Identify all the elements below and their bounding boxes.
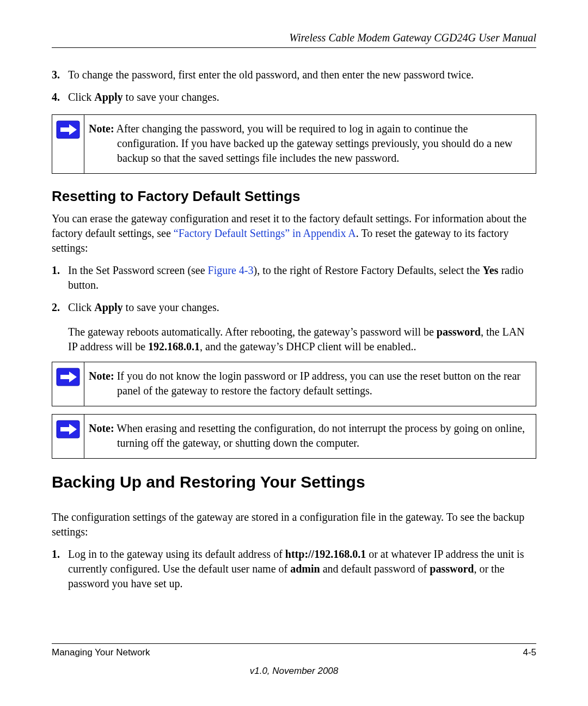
link-figure-4-3[interactable]: Figure 4-3 bbox=[208, 264, 254, 276]
note-icon-cell bbox=[52, 114, 84, 174]
item-number: 4. bbox=[52, 90, 68, 105]
bold-text: Apply bbox=[94, 301, 122, 313]
item-text: In the Set Password screen (see Figure 4… bbox=[68, 263, 536, 293]
bold-text: admin bbox=[290, 563, 320, 575]
password-steps-continued: 3. To change the password, first enter t… bbox=[52, 68, 536, 105]
item-number: 1. bbox=[52, 263, 68, 293]
item-number: 2. bbox=[52, 300, 68, 315]
bold-text: password bbox=[430, 563, 474, 575]
note-text: Note: When erasing and resetting the con… bbox=[84, 414, 536, 459]
note-label: Note: bbox=[89, 422, 114, 434]
text: In the Set Password screen (see bbox=[68, 264, 208, 276]
text: ), to the right of Restore Factory Defau… bbox=[253, 264, 482, 276]
note-box: Note: When erasing and resetting the con… bbox=[52, 414, 536, 459]
list-item: 4. Click Apply to save your changes. bbox=[52, 90, 536, 105]
backup-steps: 1. Log in to the gateway using its defau… bbox=[52, 547, 536, 591]
item-number: 1. bbox=[52, 547, 68, 591]
running-header: Wireless Cable Modem Gateway CGD24G User… bbox=[52, 32, 536, 47]
text: , and the gateway’s DHCP client will be … bbox=[200, 340, 416, 352]
section-heading-reset: Resetting to Factory Default Settings bbox=[52, 188, 536, 205]
page-footer: Managing Your Network 4-5 bbox=[52, 643, 536, 658]
text: and default password of bbox=[320, 563, 430, 575]
note-text: Note: After changing the password, you w… bbox=[84, 114, 536, 174]
note-box: Note: If you do not know the login passw… bbox=[52, 362, 536, 406]
text: The gateway reboots automatically. After… bbox=[68, 326, 437, 338]
section-heading-backup: Backing Up and Restoring Your Settings bbox=[52, 473, 536, 491]
section-intro: You can erase the gateway configuration … bbox=[52, 211, 536, 255]
list-item: 3. To change the password, first enter t… bbox=[52, 68, 536, 82]
note-body: When erasing and resetting the configura… bbox=[114, 422, 525, 449]
reset-steps: 1. In the Set Password screen (see Figur… bbox=[52, 263, 536, 315]
item-text: To change the password, first enter the … bbox=[68, 68, 536, 82]
item-number: 3. bbox=[52, 68, 68, 82]
note-box: Note: After changing the password, you w… bbox=[52, 114, 536, 174]
item-text: Click Apply to save your changes. bbox=[68, 300, 536, 315]
item-text: Log in to the gateway using its default … bbox=[68, 547, 536, 591]
header-rule bbox=[52, 47, 536, 48]
arrow-right-icon bbox=[56, 120, 80, 139]
arrow-right-icon bbox=[56, 368, 80, 386]
list-item: 1. In the Set Password screen (see Figur… bbox=[52, 263, 536, 293]
note-icon-cell bbox=[52, 362, 84, 406]
note-body: If you do not know the login password or… bbox=[114, 370, 520, 397]
item-text: Click Apply to save your changes. bbox=[68, 90, 536, 105]
footer-rule: Managing Your Network 4-5 bbox=[52, 643, 536, 658]
bold-text: http://192.168.0.1 bbox=[285, 548, 366, 560]
section-intro: The configuration settings of the gatewa… bbox=[52, 510, 536, 539]
note-body: After changing the password, you will be… bbox=[114, 123, 513, 164]
page: Wireless Cable Modem Gateway CGD24G User… bbox=[0, 0, 588, 706]
step-result: The gateway reboots automatically. After… bbox=[68, 325, 536, 354]
page-number: 4-5 bbox=[523, 647, 536, 658]
note-label: Note: bbox=[89, 370, 114, 382]
bold-text: Yes bbox=[482, 264, 498, 276]
text: Click bbox=[68, 301, 94, 313]
bold-text: 192.168.0.1 bbox=[148, 340, 200, 352]
text: Click bbox=[68, 91, 94, 103]
footer-version: v1.0, November 2008 bbox=[52, 666, 536, 677]
note-icon-cell bbox=[52, 414, 84, 459]
link-appendix-a[interactable]: “Factory Default Settings” in Appendix A bbox=[174, 227, 356, 239]
bold-text: Apply bbox=[94, 91, 122, 103]
text: to save your changes. bbox=[123, 91, 219, 103]
note-text: Note: If you do not know the login passw… bbox=[84, 362, 536, 406]
text: Log in to the gateway using its default … bbox=[68, 548, 285, 560]
text: to save your changes. bbox=[123, 301, 219, 313]
list-item: 1. Log in to the gateway using its defau… bbox=[52, 547, 536, 591]
list-item: 2. Click Apply to save your changes. bbox=[52, 300, 536, 315]
bold-text: password bbox=[437, 326, 481, 338]
note-label: Note: bbox=[89, 123, 114, 135]
arrow-right-icon bbox=[56, 420, 80, 439]
footer-section: Managing Your Network bbox=[52, 647, 150, 658]
